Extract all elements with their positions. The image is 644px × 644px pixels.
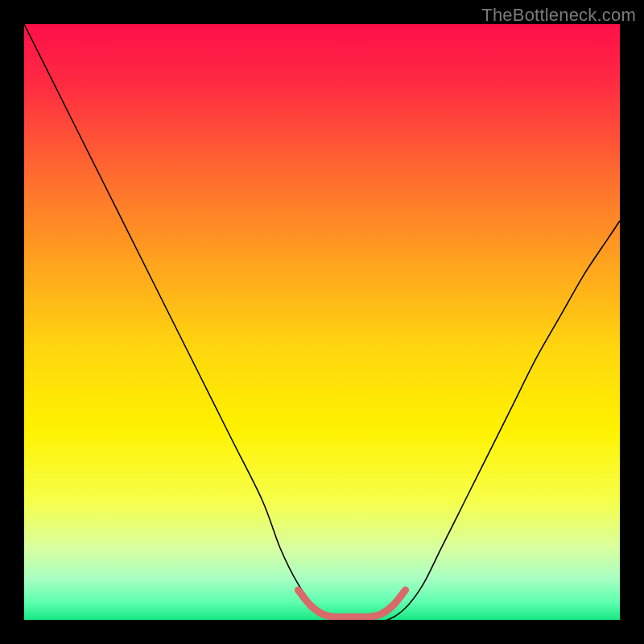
curve-layer	[24, 24, 620, 620]
optimal-band	[298, 590, 405, 617]
chart-frame: TheBottleneck.com	[0, 0, 644, 644]
watermark: TheBottleneck.com	[481, 5, 636, 26]
plot-area	[24, 24, 620, 620]
bottleneck-curve	[24, 24, 620, 620]
